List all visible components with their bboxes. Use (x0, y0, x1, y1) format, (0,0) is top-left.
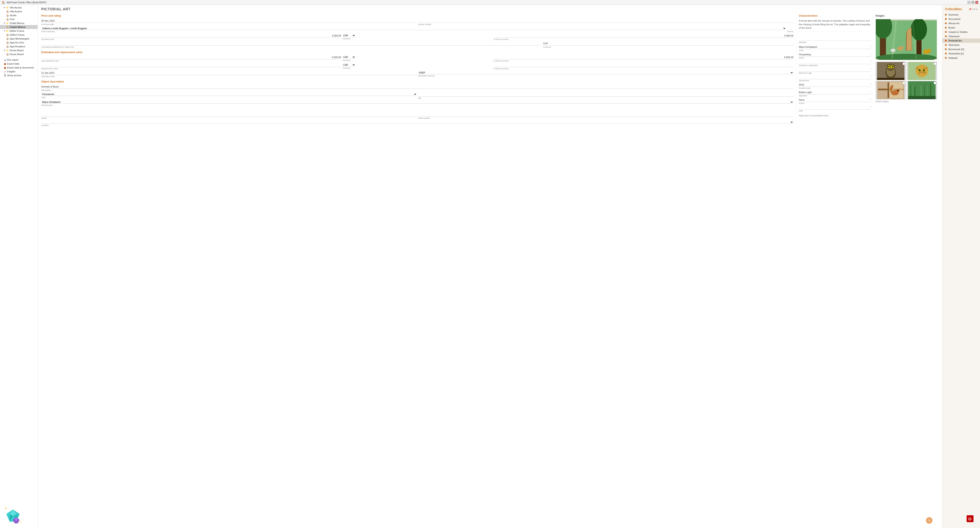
sidebar-item-show-archive[interactable]: 🗄 Show archive (0, 73, 38, 77)
thumb-checkbox[interactable] (903, 82, 905, 84)
note-value[interactable] (799, 106, 871, 109)
currency-select[interactable]: CHF EUR USD (342, 34, 355, 37)
toggle-icon: ▼ (3, 6, 5, 9)
replacement-value[interactable] (41, 63, 341, 67)
repl-currency-select[interactable]: CHF EUR (342, 63, 355, 67)
notepad-area[interactable] (799, 34, 871, 41)
sold-by-label-field: Sold by (787, 30, 794, 33)
manufacturer-select[interactable]: Maya Schüpbach (41, 100, 794, 104)
frame-value[interactable]: None (799, 98, 871, 102)
char-description: A forest alive with the sounds of animal… (799, 19, 871, 32)
serial-number-label: Serial number (418, 117, 794, 119)
sidebar-label: Pool (10, 18, 14, 21)
type-select[interactable]: Pictorial Art (41, 93, 417, 96)
main-image[interactable] (876, 19, 937, 60)
invoice-number-field: Invoice number (418, 19, 794, 25)
font-size-icon[interactable]: Aa aa (972, 8, 977, 10)
thumb-checkbox[interactable] (934, 62, 936, 65)
thumb-checkbox[interactable] (903, 62, 905, 65)
cumulated-cost-value[interactable] (41, 42, 542, 46)
char-section-title: Characteristics (799, 14, 871, 17)
right-nav-pictorial-art[interactable]: Pictorial Art (942, 38, 980, 43)
description-value[interactable]: Animals & Music (41, 85, 794, 89)
sidebar-item-pool[interactable]: 🏠 Pool (0, 17, 38, 21)
sidebar-item-studio[interactable]: 🏠 Studio (0, 13, 38, 17)
creation-year-value[interactable]: 2019 (799, 83, 871, 87)
sidebar-item-appt-amadeus[interactable]: 🏠 Appt Amadeus (0, 44, 38, 48)
thumbnail-squirrel[interactable] (876, 81, 906, 99)
purchase-date-value[interactable]: 30 Nov 2022 (41, 19, 417, 23)
sold-by-label: Sold by (787, 30, 794, 33)
est-currency-select[interactable]: CHF EUR USD (342, 55, 355, 59)
sidebar-item-dunas-beach[interactable]: 🏠 Dunas Beach (0, 52, 38, 56)
scroll-to-bottom-button[interactable] (926, 517, 932, 524)
window-controls[interactable]: — ❐ ✕ (967, 1, 978, 4)
sidebar-item-appt-da-vinci[interactable]: 🏠 Appt Da Vinci (0, 41, 38, 44)
invoice-number-value[interactable] (418, 19, 794, 23)
location-select[interactable] (41, 121, 794, 124)
model-value[interactable] (41, 113, 417, 117)
right-nav-carpets[interactable]: Carpets & Textiles (942, 30, 980, 34)
right-nav-african-art[interactable]: African Art (942, 21, 980, 25)
sidebar-item-appt-michelangelo[interactable]: 🏠 Appt Michelangelo (0, 37, 38, 41)
sidebar-item-edifice-futura[interactable]: 🏠 Edifice Futura (0, 33, 38, 37)
distinctive-sign-value[interactable] (799, 68, 871, 72)
sidebar-label: Run report (7, 59, 18, 61)
right-nav-summary[interactable]: Summary (942, 13, 980, 17)
right-nav-documents[interactable]: Documents (942, 17, 980, 21)
dimensions-value[interactable] (799, 75, 871, 79)
maximize-button[interactable]: ❐ (971, 1, 974, 4)
sidebar-item-dunas-beach-group[interactable]: ▼ 📁 Dunas Beach (0, 48, 38, 52)
replacement-value-label: Replacement value (41, 68, 341, 70)
thumbnail-cheetah[interactable] (907, 62, 937, 80)
thumbnail-grass[interactable] (907, 81, 937, 99)
right-nav-books[interactable]: Books (942, 25, 980, 30)
purchase-price-value[interactable]: 4,000.00 (41, 34, 341, 38)
sidebar-item-export-data[interactable]: 📤 Export data (0, 62, 38, 66)
logo-area: ✦ ✦ (4, 506, 22, 524)
sidebar-item-edifice-futura-group[interactable]: ▼ 📁 Edifice Futura (0, 29, 38, 33)
pin-icon[interactable]: 📌 (969, 8, 971, 10)
toggle-icon: ▼ (3, 22, 5, 24)
serial-number-value[interactable] (418, 113, 794, 117)
right-nav-show-hide[interactable]: Show/Hide [G] (942, 51, 980, 56)
gem-logo (4, 509, 22, 524)
sidebar-label: Studio (10, 14, 16, 17)
description-row: Animals & Music Description (41, 85, 794, 91)
right-nav-silverware[interactable]: Silverware (942, 43, 980, 47)
tag-value[interactable] (418, 93, 794, 97)
technical-value[interactable] (799, 60, 871, 64)
sidebar-item-export-docs[interactable]: 📤 Export data & documents (0, 66, 38, 70)
sidebar-item-chalet-bianca[interactable]: 🏠 Chalet Bianca (0, 25, 38, 29)
sidebar-item-villa-acacia-group[interactable]: ▼ 📁 Villa Acacia (0, 6, 38, 10)
artist-value[interactable]: Maya Schüpbach (799, 45, 871, 49)
sold-by-select[interactable]: Galleria Loretta Buggiani, Loretta Buggi… (41, 27, 786, 30)
replacement-row: Replacement value CHF EUR Currency (41, 63, 794, 70)
sidebar-label: Edifice Futura (10, 33, 24, 36)
right-nav-notepad[interactable]: Notepad (942, 56, 980, 60)
svg-point-37 (919, 70, 920, 71)
scroll-nav[interactable] (926, 517, 932, 524)
cumulated-cost-field: Cumulated maintenance & repair cost (41, 42, 542, 48)
svg-point-24 (892, 66, 893, 67)
right-nav-glassware[interactable]: Glassware (942, 34, 980, 38)
last-estimated-value[interactable]: 6,500.00 (41, 55, 341, 59)
signature-value[interactable]: Bottom right (799, 90, 871, 94)
folder-icon: 📁 (6, 49, 9, 52)
thumbnail-owl[interactable] (876, 62, 906, 80)
tag-field: Tag (418, 93, 794, 99)
estimation-done-by-select[interactable]: SSEP (418, 71, 794, 75)
repl-home-currency-label: In home currency (493, 68, 794, 70)
media-value[interactable]: Oil painting (799, 53, 871, 57)
sidebar-item-villa-acacia[interactable]: 🏠 Villa Acacia (0, 10, 38, 13)
sidebar-item-insights[interactable]: 📈 Insights (0, 70, 38, 73)
minimize-button[interactable]: — (967, 1, 970, 4)
right-nav-label: Silverware (948, 44, 959, 46)
thumb-checkbox[interactable] (934, 82, 936, 84)
estimation-date-value[interactable]: 12 Jan 2023 (41, 71, 417, 75)
right-nav-benchmark[interactable]: Benchmark [G] (942, 47, 980, 51)
sidebar-item-chalet-bianca-group[interactable]: ▼ 📁 Chalet Bianca (0, 21, 38, 25)
right-sidebar-icons[interactable]: 📌 Aa aa (969, 8, 977, 10)
close-button[interactable]: ✕ (975, 1, 978, 4)
sidebar-item-run-report[interactable]: 📊 Run report (0, 58, 38, 62)
